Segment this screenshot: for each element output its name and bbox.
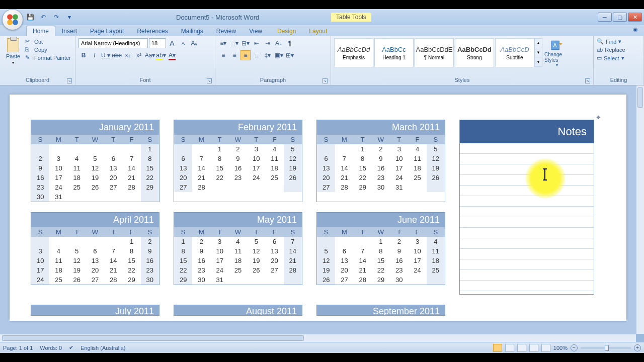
justify-button[interactable]: ≣ bbox=[252, 50, 262, 60]
inc-indent-button[interactable]: ⇥ bbox=[263, 38, 273, 48]
quick-access-toolbar: 💾 ↶ ↷ ▾ bbox=[26, 13, 73, 21]
cut-button[interactable]: ✂Cut bbox=[25, 38, 71, 45]
zoom-out-button[interactable]: − bbox=[571, 344, 578, 351]
redo-icon[interactable]: ↷ bbox=[52, 13, 60, 21]
draft-view[interactable] bbox=[541, 344, 550, 352]
month-september-2011: September 2011 bbox=[316, 305, 445, 316]
style-heading-1[interactable]: AaBbCcHeading 1 bbox=[374, 38, 414, 67]
qat-dropdown-icon[interactable]: ▾ bbox=[65, 13, 73, 21]
notes-header: Notes bbox=[460, 120, 594, 143]
numbering-button[interactable]: ≣▾ bbox=[229, 38, 239, 48]
svg-point-1 bbox=[13, 14, 18, 20]
style-emphasis[interactable]: AaBbCcDdEmphasis bbox=[334, 38, 373, 67]
help-icon[interactable]: ◉ bbox=[633, 26, 641, 34]
style---normal[interactable]: AaBbCcDdE¶ Normal bbox=[415, 38, 454, 67]
tab-page-layout[interactable]: Page Layout bbox=[84, 26, 130, 36]
tab-home[interactable]: Home bbox=[26, 26, 55, 36]
align-right-button[interactable]: ≡ bbox=[240, 50, 251, 60]
line-spacing-button[interactable]: ‡▾ bbox=[263, 50, 273, 60]
bold-button[interactable]: B bbox=[78, 50, 89, 60]
document-scroll[interactable]: January 2011SMTWTFS123456789101112131415… bbox=[0, 85, 636, 334]
outline-view[interactable] bbox=[529, 344, 538, 352]
multilevel-button[interactable]: ⊟▾ bbox=[240, 38, 251, 48]
style-subtitle[interactable]: AaBbCcDSubtitle bbox=[495, 38, 534, 67]
office-button[interactable] bbox=[2, 9, 23, 30]
change-styles-button[interactable]: A Change Styles▾ bbox=[544, 38, 570, 67]
sort-button[interactable]: A↓ bbox=[274, 38, 284, 48]
change-case-button[interactable]: Aa▾ bbox=[145, 50, 155, 60]
context-tab-layout[interactable]: Layout bbox=[302, 26, 334, 36]
select-icon: ▭ bbox=[597, 55, 602, 61]
save-icon[interactable]: 💾 bbox=[26, 13, 34, 21]
language-indicator[interactable]: English (Australia) bbox=[80, 345, 125, 351]
font-color-button[interactable]: A▾ bbox=[167, 50, 177, 60]
dec-indent-button[interactable]: ⇤ bbox=[252, 38, 262, 48]
replace-button[interactable]: abReplace bbox=[597, 47, 640, 53]
styles-label: Styles bbox=[455, 77, 470, 83]
highlight-button[interactable]: ab▾ bbox=[156, 50, 166, 60]
borders-button[interactable]: ⊞▾ bbox=[285, 50, 295, 60]
shrink-font-button[interactable]: A bbox=[178, 38, 188, 48]
clear-format-button[interactable]: Aₐ bbox=[189, 38, 199, 48]
tab-insert[interactable]: Insert bbox=[55, 26, 84, 36]
cut-icon: ✂ bbox=[25, 38, 32, 45]
shading-button[interactable]: ▣▾ bbox=[274, 50, 284, 60]
font-label: Font bbox=[139, 77, 150, 83]
close-button[interactable]: ✕ bbox=[628, 13, 642, 22]
page-indicator[interactable]: Page: 1 of 1 bbox=[3, 345, 33, 351]
paste-icon bbox=[7, 38, 19, 52]
styles-dialog-icon[interactable]: ↘ bbox=[585, 78, 590, 83]
full-screen-view[interactable] bbox=[505, 344, 514, 352]
paste-button[interactable]: Paste ▾ bbox=[3, 38, 23, 65]
web-layout-view[interactable] bbox=[517, 344, 526, 352]
style-scroll[interactable]: ▲▼▾ bbox=[534, 38, 542, 67]
find-button[interactable]: 🔍Find ▾ bbox=[597, 38, 640, 45]
paragraph-dialog-icon[interactable]: ↘ bbox=[323, 78, 328, 83]
group-paragraph: ≡▾ ≣▾ ⊟▾ ⇤ ⇥ A↓ ¶ ≡ ≡ ≡ ≣ ‡▾ ▣▾ ⊞▾ Parag… bbox=[215, 36, 331, 85]
italic-button[interactable]: I bbox=[90, 50, 100, 60]
vertical-scrollbar[interactable] bbox=[636, 85, 644, 334]
show-marks-button[interactable]: ¶ bbox=[285, 38, 295, 48]
style-strong[interactable]: AaBbCcDdStrong bbox=[455, 38, 494, 67]
format-painter-button[interactable]: ✎Format Painter bbox=[25, 54, 71, 61]
proofing-icon[interactable]: ✔ bbox=[69, 344, 73, 351]
month-january-2011: January 2011SMTWTFS123456789101112131415… bbox=[31, 120, 159, 202]
superscript-button[interactable]: x² bbox=[134, 50, 144, 60]
align-center-button[interactable]: ≡ bbox=[229, 50, 239, 60]
bullets-button[interactable]: ≡▾ bbox=[218, 38, 228, 48]
word-count[interactable]: Words: 0 bbox=[40, 345, 62, 351]
select-button[interactable]: ▭Select ▾ bbox=[597, 55, 640, 61]
tab-review[interactable]: Review bbox=[210, 26, 243, 36]
tab-references[interactable]: References bbox=[130, 26, 174, 36]
context-tab-label: Table Tools bbox=[331, 13, 371, 22]
minimize-button[interactable]: ─ bbox=[598, 13, 612, 22]
font-dialog-icon[interactable]: ↘ bbox=[207, 78, 212, 83]
clipboard-label: Clipboard bbox=[26, 77, 49, 83]
align-left-button[interactable]: ≡ bbox=[218, 50, 228, 60]
grow-font-button[interactable]: A bbox=[167, 38, 177, 48]
table-anchor-icon[interactable]: ✥ bbox=[596, 115, 600, 120]
maximize-button[interactable]: ▢ bbox=[613, 13, 627, 22]
undo-icon[interactable]: ↶ bbox=[39, 13, 47, 21]
tab-view[interactable]: View bbox=[243, 26, 269, 36]
month-april-2011: April 2011SMTWTFS12345678910111213141516… bbox=[31, 212, 159, 285]
tab-mailings[interactable]: Mailings bbox=[175, 26, 210, 36]
clipboard-dialog-icon[interactable]: ↘ bbox=[67, 78, 72, 83]
zoom-slider[interactable] bbox=[581, 347, 631, 349]
copy-button[interactable]: ⎘Copy bbox=[25, 46, 71, 53]
zoom-in-button[interactable]: + bbox=[634, 344, 641, 351]
print-layout-view[interactable] bbox=[493, 344, 502, 352]
svg-point-3 bbox=[13, 20, 18, 25]
underline-button[interactable]: U ▾ bbox=[101, 50, 111, 60]
horizontal-scrollbar[interactable] bbox=[0, 334, 636, 342]
notes-body[interactable] bbox=[460, 143, 594, 294]
strike-button[interactable]: abc bbox=[112, 50, 122, 60]
font-name-combo[interactable]: Arial Narrow (Headings) bbox=[78, 38, 148, 48]
font-size-combo[interactable]: 18 bbox=[149, 38, 166, 48]
text-cursor bbox=[544, 168, 545, 180]
subscript-button[interactable]: x₂ bbox=[123, 50, 133, 60]
zoom-level[interactable]: 100% bbox=[553, 345, 568, 351]
editing-label: Editing bbox=[610, 77, 627, 83]
context-tab-design[interactable]: Design bbox=[271, 26, 302, 36]
page[interactable]: January 2011SMTWTFS123456789101112131415… bbox=[10, 95, 626, 321]
